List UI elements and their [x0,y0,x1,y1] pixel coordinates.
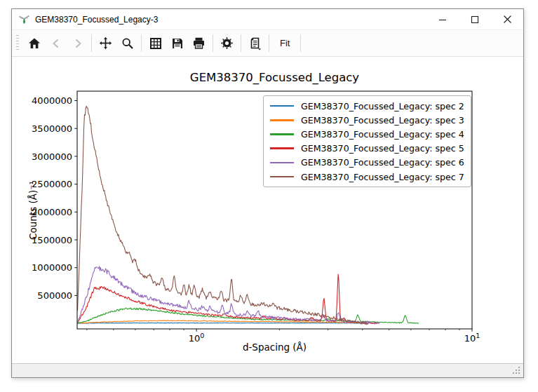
status-bar [12,363,523,377]
y-tick-label: 500000 [37,290,72,301]
title-bar[interactable]: GEM38370_Focussed_Legacy-3 [12,9,523,29]
series-line-2 [78,323,369,323]
mantid-logo-icon [18,13,30,25]
fit-button[interactable]: Fit [272,32,297,54]
maximize-button[interactable] [459,9,491,29]
gear-icon [220,36,234,50]
back-button[interactable] [45,32,67,54]
subplots-button[interactable] [144,32,166,54]
legend-line-sample-icon [270,162,294,164]
legend-label: GEM38370_Focussed_Legacy: spec 5 [301,143,464,154]
legend-line-sample-icon [270,176,294,178]
generate-script-button[interactable] [244,32,266,54]
forward-arrow-icon [72,37,84,50]
close-icon [503,15,512,24]
legend-label: GEM38370_Focussed_Legacy: spec 3 [301,115,464,126]
legend[interactable]: GEM38370_Focussed_Legacy: spec 2GEM38370… [263,95,471,187]
legend-line-sample-icon [270,119,294,121]
legend-line-sample-icon [270,105,294,107]
legend-label: GEM38370_Focussed_Legacy: spec 7 [301,172,464,182]
legend-label: GEM38370_Focussed_Legacy: spec 2 [301,101,464,111]
legend-entry: GEM38370_Focussed_Legacy: spec 4 [270,127,464,141]
minimize-icon [438,15,447,24]
plot-toolbar: Fit [12,29,523,57]
series-line-6 [78,266,379,324]
toolbar-separator [241,34,241,52]
legend-entry: GEM38370_Focussed_Legacy: spec 6 [270,156,464,170]
toolbar-separator [300,34,301,52]
subplots-grid-icon [149,37,162,50]
legend-entry: GEM38370_Focussed_Legacy: spec 5 [270,142,464,156]
legend-label: GEM38370_Focussed_Legacy: spec 4 [301,129,464,140]
window-title: GEM38370_Focussed_Legacy-3 [35,15,158,25]
y-tick-label: 1000000 [32,262,72,273]
toolbar-separator [269,34,269,52]
zoom-to-rect-icon [121,37,134,50]
legend-line-sample-icon [270,133,294,135]
toolbar-separator [213,34,213,52]
pan-icon [99,36,112,50]
plot-title: GEM38370_Focussed_Legacy [77,71,472,84]
y-tick-label: 3500000 [32,123,72,134]
close-button[interactable] [491,9,523,29]
legend-line-sample-icon [270,147,294,149]
back-arrow-icon [50,37,62,50]
legend-entry: GEM38370_Focussed_Legacy: spec 2 [270,99,464,113]
print-button[interactable] [188,32,210,54]
plot-window: GEM38370_Focussed_Legacy-3 [11,8,524,378]
pan-button[interactable] [95,32,116,54]
generate-script-icon [248,36,262,50]
save-button[interactable] [166,32,188,54]
toolbar-drag-handle[interactable] [16,35,19,52]
zoom-button[interactable] [116,32,138,54]
resize-grip-icon[interactable] [518,372,520,374]
customize-button[interactable] [216,32,238,54]
minimize-button[interactable] [426,9,459,29]
legend-entry: GEM38370_Focussed_Legacy: spec 7 [270,170,464,184]
maximize-icon [471,15,479,24]
legend-entry: GEM38370_Focussed_Legacy: spec 3 [270,113,464,127]
home-button[interactable] [23,32,45,54]
legend-label: GEM38370_Focussed_Legacy: spec 6 [301,157,464,168]
toolbar-separator [141,34,142,52]
forward-button[interactable] [67,32,88,54]
y-tick-label: 4000000 [32,95,72,106]
y-axis-label: Counts (Å)⁻¹ [27,158,39,263]
x-axis-label: d-Spacing (Å) [77,342,472,353]
figure-canvas[interactable]: 1001015000001000000150000020000002500000… [12,57,523,363]
print-icon [192,36,206,50]
toolbar-separator [91,34,92,52]
window-controls [426,9,523,29]
save-icon [171,37,184,50]
home-icon [28,37,41,50]
